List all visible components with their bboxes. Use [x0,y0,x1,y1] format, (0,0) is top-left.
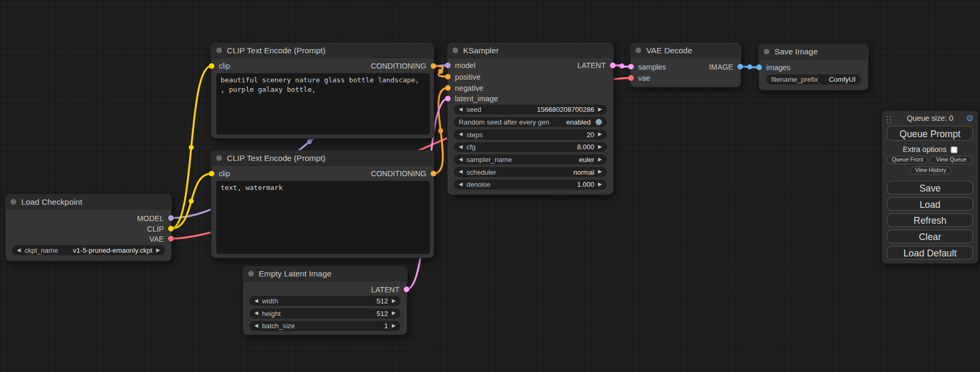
filename-prefix-widget[interactable]: filename_prefix ComfyUI [766,74,861,84]
node-clip-text-encode-negative[interactable]: CLIP Text Encode (Prompt) clip CONDITION… [211,150,434,259]
collapse-dot[interactable] [452,47,458,53]
collapse-dot[interactable] [636,47,642,53]
node-graph-canvas[interactable]: Load Checkpoint MODEL CLIP VAE ◀ ckpt_na… [0,0,980,372]
wire-midpoint-dot[interactable] [619,63,624,68]
wire-midpoint-dot[interactable] [747,64,752,69]
port-loadckpt-out-model[interactable] [168,215,174,221]
widget-value: 512 [376,297,388,304]
queue-size-label: Queue size: 0 [882,114,978,123]
wire-midpoint-dot[interactable] [307,139,312,144]
increment-arrow[interactable]: ▶ [392,321,395,331]
decrement-arrow[interactable]: ◀ [459,155,462,165]
view-history-button[interactable]: View History [910,166,951,174]
load-button[interactable]: Load [887,197,973,211]
random-seed-toggle-widget[interactable]: Random seed after every gen enabled [454,117,607,127]
settings-gear-icon[interactable]: ⚙ [966,112,974,125]
node-clip-text-encode-positive[interactable]: CLIP Text Encode (Prompt) clip CONDITION… [211,43,434,139]
negative-prompt-textarea[interactable]: text, watermark [216,181,430,254]
seed-widget[interactable]: ◀ seed 156680208700286 ▶ [454,104,607,115]
increment-arrow[interactable]: ▶ [392,309,395,319]
decrement-arrow[interactable]: ◀ [459,129,462,139]
save-button[interactable]: Save [887,181,973,195]
port-ksampler-out-latent[interactable] [610,63,616,69]
node-save-image[interactable]: Save Image images filename_prefix ComfyU… [758,44,869,91]
port-ksampler-in-model[interactable] [445,63,451,69]
node-vae-decode[interactable]: VAE Decode samples IMAGE vae [630,43,741,88]
node-ksampler[interactable]: KSampler model LATENT positive negative … [447,43,614,195]
increment-arrow[interactable]: ▶ [598,155,601,165]
positive-prompt-textarea[interactable]: beautiful scenery nature glass bottle la… [216,73,430,135]
port-clip1-in-clip[interactable] [209,63,215,69]
cfg-widget[interactable]: ◀ cfg 8.000 ▶ [454,142,607,152]
increment-arrow[interactable]: ▶ [392,296,395,306]
decrement-arrow[interactable]: ◀ [459,179,462,189]
port-loadckpt-out-clip[interactable] [168,226,174,232]
widget-label: ckpt_name [24,246,58,254]
input-label-clip: clip [219,169,230,179]
output-label-latent: LATENT [371,284,400,294]
increment-arrow[interactable]: ▶ [598,179,601,189]
height-widget[interactable]: ◀ height 512 ▶ [249,309,401,319]
decrement-arrow[interactable]: ◀ [459,104,462,115]
node-title-bar[interactable]: Load Checkpoint [5,194,172,210]
load-default-button[interactable]: Load Default [887,246,973,260]
decrement-arrow[interactable]: ◀ [17,245,21,255]
wire-midpoint-dot[interactable] [438,128,443,133]
node-title-bar[interactable]: CLIP Text Encode (Prompt) [211,43,434,59]
wire-midpoint-dot[interactable] [438,69,443,73]
increment-arrow[interactable]: ▶ [156,245,160,255]
clear-button[interactable]: Clear [887,230,973,243]
port-clip1-out-conditioning[interactable] [431,63,436,69]
port-ksampler-in-positive[interactable] [445,74,451,80]
toggle-dot[interactable] [596,119,602,125]
ckpt-name-widget[interactable]: ◀ ckpt_name v1-5-pruned-emaonly.ckpt ▶ [12,245,165,255]
refresh-button[interactable]: Refresh [887,213,973,227]
node-load-checkpoint[interactable]: Load Checkpoint MODEL CLIP VAE ◀ ckpt_na… [5,194,172,262]
increment-arrow[interactable]: ▶ [598,104,601,115]
node-title-bar[interactable]: CLIP Text Encode (Prompt) [211,150,434,166]
port-latent-out-latent[interactable] [404,287,410,292]
port-save-in-images[interactable] [756,64,762,70]
input-label-clip: clip [219,61,230,71]
port-clip2-out-conditioning[interactable] [431,171,436,177]
node-title-bar[interactable]: Empty Latent Image [242,266,407,282]
port-clip2-in-clip[interactable] [209,171,215,177]
denoise-widget[interactable]: ◀ denoise 1.000 ▶ [454,179,607,189]
collapse-dot[interactable] [216,155,222,160]
wire-midpoint-dot[interactable] [189,145,193,149]
batch-size-widget[interactable]: ◀ batch_size 1 ▶ [249,321,401,331]
collapse-dot[interactable] [248,271,254,276]
decrement-arrow[interactable]: ◀ [255,296,258,306]
node-title: Load Checkpoint [21,197,82,206]
port-ksampler-in-latent[interactable] [445,96,451,101]
view-queue-button[interactable]: View Queue [929,156,973,164]
decrement-arrow[interactable]: ◀ [255,309,258,319]
sampler-name-widget[interactable]: ◀ sampler_name euler ▶ [454,155,607,165]
port-ksampler-in-negative[interactable] [445,85,451,91]
extra-options-checkbox[interactable] [950,146,957,153]
collapse-dot[interactable] [11,198,16,204]
increment-arrow[interactable]: ▶ [598,142,601,152]
node-title-bar[interactable]: Save Image [758,44,869,60]
port-loadckpt-out-vae[interactable] [168,236,174,242]
increment-arrow[interactable]: ▶ [598,167,601,177]
collapse-dot[interactable] [764,49,770,54]
collapse-dot[interactable] [216,47,222,53]
width-widget[interactable]: ◀ width 512 ▶ [249,296,401,306]
port-vae-out-image[interactable] [738,64,743,70]
decrement-arrow[interactable]: ◀ [255,321,258,331]
output-label-conditioning: CONDITIONING [371,61,426,71]
queue-front-button[interactable]: Queue Front [887,156,928,164]
node-title-bar[interactable]: KSampler [447,43,614,59]
decrement-arrow[interactable]: ◀ [459,142,462,152]
node-empty-latent-image[interactable]: Empty Latent Image LATENT ◀ width 512 ▶ … [242,266,407,336]
wire-midpoint-dot[interactable] [189,198,193,203]
node-title-bar[interactable]: VAE Decode [630,43,741,59]
port-vae-in-vae[interactable] [628,75,634,81]
steps-widget[interactable]: ◀ steps 20 ▶ [454,129,607,139]
queue-prompt-button[interactable]: Queue Prompt [887,126,973,140]
decrement-arrow[interactable]: ◀ [459,167,462,177]
increment-arrow[interactable]: ▶ [598,129,601,139]
port-vae-in-samples[interactable] [628,64,634,70]
scheduler-widget[interactable]: ◀ scheduler normal ▶ [454,167,607,177]
